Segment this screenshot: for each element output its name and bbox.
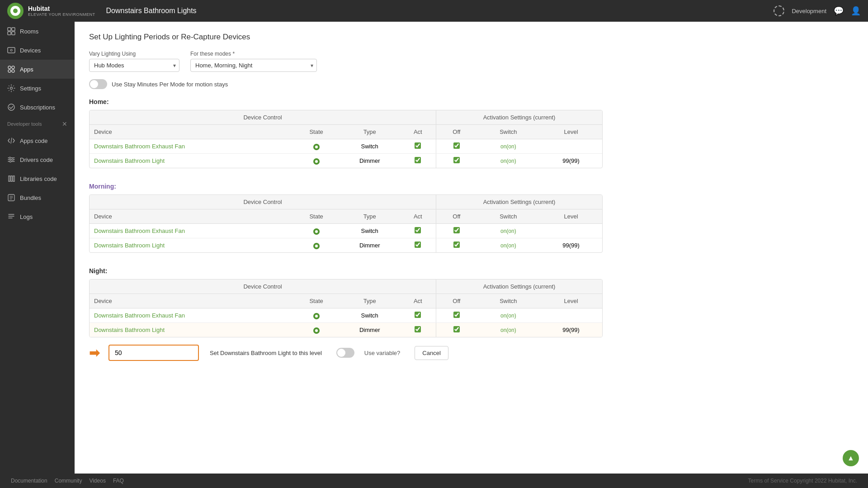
home-mode-section: Home: Device Control Activation Settings… [89, 98, 603, 168]
state-dot-on [313, 327, 320, 334]
act-th-night: Act [400, 294, 436, 308]
grid-icon [7, 27, 15, 35]
sidebar-item-drivers-code-label: Drivers code [20, 156, 53, 163]
exhaust-fan-link-morning[interactable]: Downstairs Bathroom Exhaust Fan [94, 227, 185, 234]
sliders-icon [7, 156, 15, 164]
for-modes-label: For these modes * [190, 51, 317, 57]
night-group-header-row: Device Control Activation Settings (curr… [90, 280, 602, 294]
state-light-night [293, 323, 340, 337]
act-checkbox[interactable] [415, 312, 421, 318]
switch-th-home: Switch [477, 125, 540, 139]
switch-light-morning: on(on) [477, 238, 540, 253]
sidebar-item-subscriptions[interactable]: Subscriptions [0, 98, 75, 117]
level-th-night: Level [540, 294, 602, 308]
bathroom-light-link-home[interactable]: Downstairs Bathroom Light [94, 157, 165, 164]
type-exhaust-home: Switch [340, 139, 400, 154]
use-variable-toggle[interactable] [336, 348, 354, 358]
footer-link-documentation[interactable]: Documentation [11, 478, 47, 484]
off-th-home: Off [436, 125, 477, 139]
device-control-header-home: Device Control [90, 110, 436, 125]
device-th-morning: Device [90, 209, 293, 224]
arrow-left-indicator: ➡ [89, 346, 99, 360]
user-icon[interactable]: 👤 [851, 6, 861, 16]
sidebar-item-devices[interactable]: Devices [0, 41, 75, 60]
off-th-night: Off [436, 294, 477, 308]
night-col-header-row: Device State Type Act Off Switch Level [90, 294, 602, 308]
level-input-label: Set Downstairs Bathroom Light to this le… [210, 350, 322, 356]
state-th-home: State [293, 125, 340, 139]
footer-link-videos[interactable]: Videos [89, 478, 105, 484]
off-checkbox[interactable] [453, 227, 460, 233]
table-row: Downstairs Bathroom Light Dimmer on(on) … [90, 238, 602, 253]
state-th-morning: State [293, 209, 340, 224]
level-light-home: 99(99) [540, 154, 602, 168]
act-light-home [400, 154, 436, 168]
exhaust-fan-link-night[interactable]: Downstairs Bathroom Exhaust Fan [94, 312, 185, 319]
type-light-night: Dimmer [340, 323, 400, 337]
act-checkbox[interactable] [415, 157, 421, 163]
device-control-header-night: Device Control [90, 280, 436, 294]
morning-table-wrapper: Device Control Activation Settings (curr… [89, 194, 603, 253]
scroll-top-button[interactable]: ▲ [843, 450, 859, 466]
sidebar-item-drivers-code[interactable]: Drivers code [0, 150, 75, 169]
sidebar-item-apps[interactable]: Apps [0, 60, 75, 79]
svg-rect-3 [12, 32, 15, 35]
for-modes-select-wrapper[interactable]: Home, Morning, Night [190, 59, 317, 72]
act-checkbox[interactable] [415, 242, 421, 248]
act-light-night [400, 323, 436, 337]
bathroom-light-link-night[interactable]: Downstairs Bathroom Light [94, 327, 165, 333]
stay-minutes-toggle[interactable] [89, 79, 107, 89]
type-exhaust-night: Switch [340, 308, 400, 323]
morning-device-table: Device Control Activation Settings (curr… [90, 195, 602, 252]
off-checkbox[interactable] [453, 142, 460, 149]
off-light-morning [436, 238, 477, 253]
bathroom-light-link-morning[interactable]: Downstairs Bathroom Light [94, 242, 165, 249]
sidebar-item-libraries-code-label: Libraries code [20, 175, 57, 182]
night-device-table: Device Control Activation Settings (curr… [90, 280, 602, 337]
night-mode-title: Night: [89, 267, 603, 275]
exhaust-fan-link-home[interactable]: Downstairs Bathroom Exhaust Fan [94, 143, 185, 150]
off-exhaust-morning [436, 224, 477, 238]
footer-link-faq[interactable]: FAQ [113, 478, 124, 484]
sidebar-item-settings-label: Settings [20, 85, 41, 92]
vary-lighting-select[interactable]: Hub Modes [89, 59, 179, 72]
off-checkbox[interactable] [453, 326, 460, 332]
apps-icon [7, 65, 15, 73]
level-input-field[interactable] [108, 345, 199, 361]
use-variable-label: Use variable? [364, 350, 401, 356]
off-th-morning: Off [436, 209, 477, 224]
act-checkbox[interactable] [415, 227, 421, 233]
vary-lighting-label: Vary Lighting Using [89, 51, 179, 57]
off-checkbox[interactable] [453, 242, 460, 248]
developer-tools-label: Developer tools [7, 121, 42, 127]
level-input-container [108, 345, 199, 361]
sidebar-item-rooms[interactable]: Rooms [0, 22, 75, 41]
level-value-night: 99(99) [562, 327, 580, 333]
notification-icon[interactable]: 💬 [834, 6, 844, 16]
collapse-icon[interactable]: ✕ [62, 120, 67, 128]
activation-header-home: Activation Settings (current) [436, 110, 602, 125]
sidebar-item-libraries-code[interactable]: Libraries code [0, 169, 75, 188]
for-modes-select[interactable]: Home, Morning, Night [190, 59, 317, 72]
morning-mode-section: Morning: Device Control Activation Setti… [89, 183, 603, 253]
state-light-morning [293, 238, 340, 253]
vary-lighting-select-wrapper[interactable]: Hub Modes [89, 59, 179, 72]
cancel-button[interactable]: Cancel [415, 346, 448, 360]
sidebar-item-apps-code[interactable]: Apps code [0, 131, 75, 150]
sidebar-item-bundles[interactable]: Bundles [0, 188, 75, 207]
switch-light-home: on(on) [477, 154, 540, 168]
switch-exhaust-morning: on(on) [477, 224, 540, 238]
sidebar-item-settings[interactable]: Settings [0, 79, 75, 98]
act-checkbox[interactable] [415, 326, 421, 332]
page-title: Downstairs Bathroom Lights [106, 7, 774, 15]
library-icon [7, 175, 15, 183]
topbar: Hubitat Elevate Your Environment Downsta… [0, 0, 868, 22]
sidebar-item-logs[interactable]: Logs [0, 207, 75, 226]
svg-point-13 [12, 159, 14, 161]
act-checkbox[interactable] [415, 142, 421, 149]
switch-exhaust-home: on(on) [477, 139, 540, 154]
sidebar: Rooms Devices Apps [0, 22, 75, 474]
footer-link-community[interactable]: Community [55, 478, 82, 484]
off-checkbox[interactable] [453, 157, 460, 163]
off-checkbox[interactable] [453, 312, 460, 318]
